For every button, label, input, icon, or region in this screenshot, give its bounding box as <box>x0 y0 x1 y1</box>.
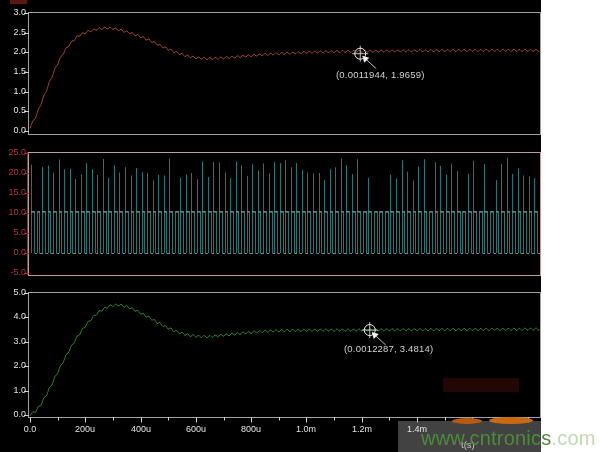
x-tick-label: 800u <box>234 424 268 435</box>
y-tick-label-plot1: 0.5 <box>0 105 26 116</box>
y-tick-label-plot1: 1.5 <box>0 66 26 77</box>
y-tick-label-plot2: 10.0 <box>0 207 26 218</box>
y-tick-label-plot2: 15.0 <box>0 187 26 198</box>
y-tick-label-plot3: 2.0 <box>0 360 26 371</box>
waveform-plots-canvas <box>0 0 600 452</box>
x-tick-label: 1.0m <box>289 424 323 435</box>
x-tick-label: 200u <box>68 424 102 435</box>
cursor-readout-top: (0.0011944, 1.9659) <box>336 69 425 80</box>
y-tick-label-plot3: 0.0 <box>0 409 26 420</box>
y-tick-label-plot1: 2.5 <box>0 27 26 38</box>
cursor-readout-bottom: (0.0012287, 3.4814) <box>344 343 433 354</box>
y-tick-label-plot1: 3.0 <box>0 7 26 18</box>
y-tick-label-plot2: 20.0 <box>0 167 26 178</box>
y-tick-label-plot2: -5.0 <box>0 267 26 278</box>
y-tick-label-plot2: 5.0 <box>0 227 26 238</box>
y-tick-label-plot3: 1.0 <box>0 385 26 396</box>
y-tick-label-plot2: 25.0 <box>0 147 26 158</box>
y-tick-label-plot3: 5.0 <box>0 287 26 298</box>
y-tick-label-plot1: 1.0 <box>0 86 26 97</box>
x-tick-label: 0.0 <box>13 424 47 435</box>
watermark-text-over-plot: www.cntronics <box>421 427 551 449</box>
simulation-waveform-window: 3.02.52.01.51.00.50.025.020.015.010.05.0… <box>0 0 600 452</box>
watermark: www.cntronics.com <box>421 428 596 449</box>
x-tick-label: 600u <box>179 424 213 435</box>
y-tick-label-plot1: 0.0 <box>0 125 26 136</box>
y-tick-label-plot3: 4.0 <box>0 311 26 322</box>
x-tick-label: 400u <box>124 424 158 435</box>
y-tick-label-plot2: 0.0 <box>0 247 26 258</box>
y-tick-label-plot3: 3.0 <box>0 336 26 347</box>
x-tick-label: 1.2m <box>345 424 379 435</box>
y-tick-label-plot1: 2.0 <box>0 46 26 57</box>
watermark-text-over-white: .com <box>551 427 595 449</box>
